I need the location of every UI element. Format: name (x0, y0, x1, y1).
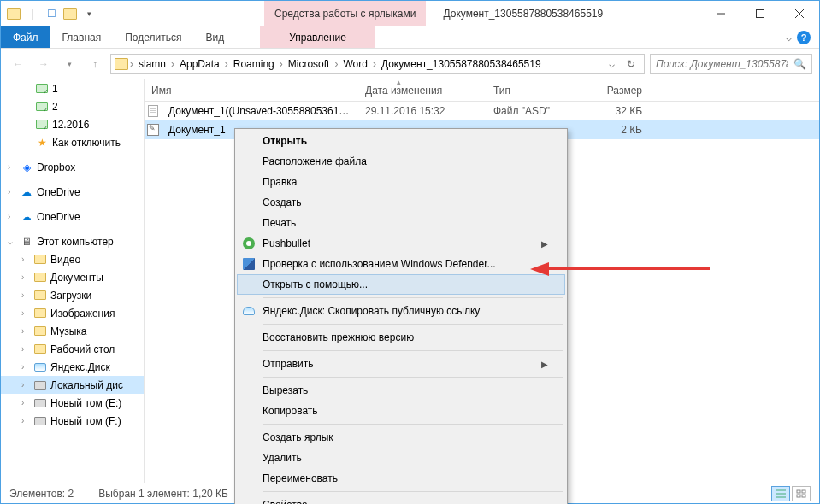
sidebar-item[interactable]: ›Видео (1, 250, 144, 268)
ribbon-tab-view[interactable]: Вид (193, 26, 236, 48)
sidebar-item[interactable]: ›Рабочий стол (1, 340, 144, 358)
search-box[interactable]: 🔍 (650, 54, 812, 74)
breadcrumb[interactable]: Документ_1305587880538465519 (378, 58, 545, 70)
view-details-button[interactable] (771, 486, 790, 501)
nav-back-button[interactable]: ← (8, 54, 28, 74)
properties-icon[interactable]: ☐ (44, 6, 59, 21)
sidebar-item[interactable]: ›☁OneDrive (1, 183, 144, 201)
ribbon-tab-manage[interactable]: Управление (260, 26, 375, 48)
file-row[interactable]: Документ_1((Unsaved-305588053610638...29… (145, 102, 819, 120)
tree-toggle-icon[interactable]: › (21, 326, 30, 336)
ribbon-tab-share[interactable]: Поделиться (113, 26, 193, 48)
search-input[interactable] (656, 58, 788, 70)
context-menu-item[interactable]: Переименовать (237, 468, 565, 489)
tree-toggle-icon[interactable]: › (21, 398, 30, 407)
sidebar-item[interactable]: ›Новый том (F:) (1, 412, 144, 430)
breadcrumb[interactable]: Word (339, 58, 370, 70)
tree-toggle-icon[interactable]: › (8, 212, 16, 221)
chevron-right-icon[interactable]: › (225, 58, 228, 70)
sidebar-item-label: Документы (50, 272, 103, 284)
column-type[interactable]: Тип (487, 85, 581, 97)
tree-toggle-icon[interactable]: › (21, 273, 30, 282)
context-menu-label: Создать (263, 196, 302, 208)
sidebar-item-label: Рабочий стол (50, 343, 115, 355)
tree-toggle-icon[interactable]: › (21, 416, 30, 425)
help-icon[interactable]: ? (797, 31, 811, 44)
context-menu-label: Pushbullet (263, 237, 310, 249)
tree-toggle-icon[interactable]: › (21, 362, 30, 372)
sidebar-item[interactable]: ›Яндекс.Диск (1, 358, 144, 376)
nav-up-button[interactable]: ↑ (85, 54, 105, 74)
tree-toggle-icon[interactable]: ⌵ (8, 237, 16, 246)
sidebar-item[interactable]: ›Локальный дис (1, 376, 144, 394)
navigation-pane[interactable]: 1212.2016★Как отключить›◈Dropbox›☁OneDri… (1, 79, 145, 483)
tree-toggle-icon[interactable]: › (8, 162, 16, 172)
tree-toggle-icon[interactable]: › (21, 255, 30, 264)
context-menu-item[interactable]: Свойства (237, 495, 565, 504)
tree-toggle-icon[interactable]: › (21, 344, 30, 354)
folder-icon[interactable] (6, 6, 21, 21)
tree-toggle-icon[interactable]: › (21, 380, 30, 390)
context-menu-item[interactable]: Вырезать (237, 380, 565, 401)
sidebar-item[interactable]: ›Новый том (E:) (1, 394, 144, 412)
ribbon-expand-icon[interactable]: ⌵ (786, 32, 792, 44)
chevron-right-icon[interactable]: › (373, 58, 376, 70)
sidebar-item[interactable]: ›◈Dropbox (1, 158, 144, 176)
tree-toggle-icon[interactable]: › (8, 187, 16, 196)
sidebar-item[interactable]: ›Документы (1, 268, 144, 286)
sidebar-item[interactable]: ›Изображения (1, 304, 144, 322)
context-menu-item[interactable]: Открыть (237, 131, 565, 151)
sidebar-item[interactable]: 1 (1, 79, 144, 97)
context-menu-item[interactable]: Создать (237, 192, 565, 213)
maximize-button[interactable] (740, 1, 780, 26)
context-menu-label: Расположение файла (263, 155, 367, 167)
address-dropdown-icon[interactable]: ⌵ (604, 58, 620, 70)
tree-toggle-icon[interactable]: › (21, 308, 30, 318)
search-icon[interactable]: 🔍 (793, 58, 806, 70)
breadcrumb[interactable]: AppData (176, 58, 223, 70)
sidebar-item[interactable]: ›☁OneDrive (1, 208, 144, 226)
column-date[interactable]: Дата изменения (358, 85, 487, 97)
chevron-right-icon[interactable]: › (280, 58, 283, 70)
context-menu-item[interactable]: Удалить (237, 448, 565, 468)
qat-dropdown-icon[interactable]: ▾ (81, 6, 97, 21)
svg-rect-1 (757, 9, 764, 17)
chevron-right-icon[interactable]: › (334, 58, 338, 70)
nav-forward-button[interactable]: → (33, 54, 54, 74)
column-name[interactable]: Имя (145, 85, 358, 97)
context-menu-item[interactable]: Отправить▶ (237, 354, 565, 374)
context-menu-item[interactable]: Проверка с использованием Windows Defend… (237, 254, 565, 274)
tree-toggle-icon[interactable]: › (21, 290, 30, 300)
minimize-button[interactable] (701, 1, 740, 26)
ribbon-tab-file[interactable]: Файл (1, 26, 50, 48)
new-folder-icon[interactable] (62, 6, 78, 21)
context-menu-item[interactable]: Копировать (237, 401, 565, 421)
sidebar-item[interactable]: 2 (1, 97, 144, 115)
context-menu-item[interactable]: Создать ярлык (237, 427, 565, 448)
address-bar[interactable]: › slamn › AppData › Roaming › Microsoft … (110, 54, 645, 74)
refresh-icon[interactable]: ↻ (622, 58, 640, 70)
context-menu-item[interactable]: Печать (237, 213, 565, 233)
context-menu-label: Копировать (263, 405, 318, 417)
nav-recent-dropdown[interactable]: ▾ (59, 54, 80, 74)
column-size[interactable]: Размер (581, 85, 649, 97)
view-large-icons-button[interactable] (792, 486, 811, 501)
context-menu-item[interactable]: Открыть с помощью... (237, 274, 565, 295)
chevron-right-icon[interactable]: › (171, 58, 174, 70)
sidebar-item[interactable]: 12.2016 (1, 115, 144, 133)
breadcrumb[interactable]: Roaming (230, 58, 278, 70)
sidebar-item[interactable]: ›Загрузки (1, 286, 144, 304)
sidebar-item-this-pc[interactable]: ⌵🖥Этот компьютер (1, 232, 144, 250)
context-menu-item[interactable]: Pushbullet▶ (237, 233, 565, 254)
sidebar-item[interactable]: ›Музыка (1, 322, 144, 340)
context-menu-item[interactable]: Правка (237, 172, 565, 192)
context-menu-item[interactable]: Яндекс.Диск: Скопировать публичную ссылк… (237, 301, 565, 321)
sidebar-item[interactable]: ★Как отключить (1, 133, 144, 151)
context-menu-item[interactable]: Расположение файла (237, 151, 565, 172)
breadcrumb[interactable]: Microsoft (285, 58, 333, 70)
ribbon-tab-home[interactable]: Главная (50, 26, 114, 48)
breadcrumb[interactable]: slamn (135, 58, 169, 70)
context-menu-item[interactable]: Восстановить прежнюю версию (237, 327, 565, 348)
chevron-right-icon[interactable]: › (130, 58, 133, 70)
close-button[interactable] (780, 1, 819, 26)
